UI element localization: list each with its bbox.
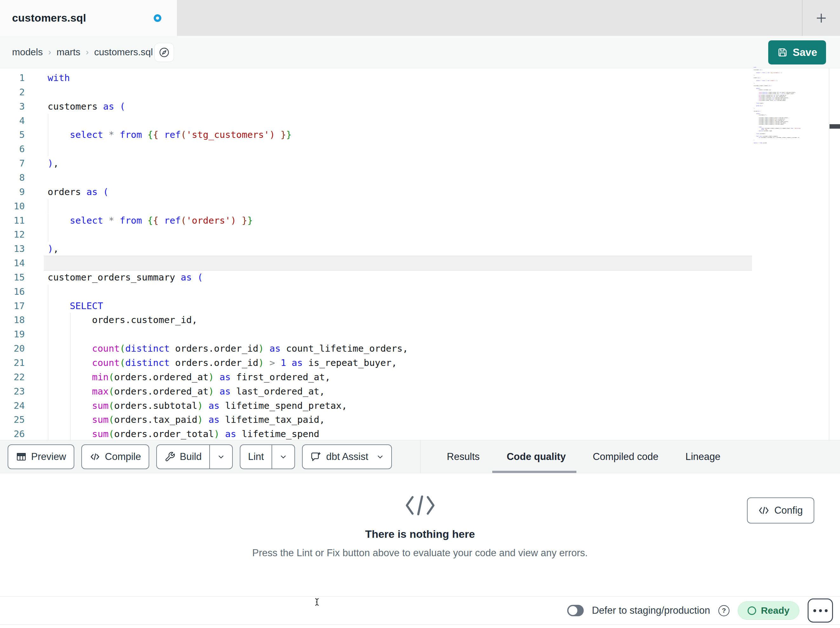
chevron-down-icon [376, 452, 384, 461]
plus-icon [815, 11, 828, 25]
line-number: 13 [0, 242, 25, 256]
save-button-label: Save [793, 46, 817, 59]
editor-tab-bar: customers.sql [0, 0, 840, 36]
code-line[interactable]: ), [47, 156, 59, 171]
empty-state-subtitle: Press the Lint or Fix button above to ev… [0, 547, 840, 559]
build-dropdown-button[interactable] [209, 445, 232, 468]
table-grid-icon [16, 451, 27, 462]
line-number: 15 [0, 270, 25, 285]
indent-guide [48, 142, 48, 156]
code-line[interactable]: sum(orders.subtotal) as lifetime_spend_p… [47, 399, 347, 413]
help-icon[interactable]: ? [718, 605, 729, 616]
code-line[interactable]: max(orders.ordered_at) as last_ordered_a… [47, 384, 325, 399]
preview-button[interactable]: Preview [8, 445, 74, 469]
tab-compiled-code[interactable]: Compiled code [593, 451, 658, 462]
indent-guide [48, 199, 48, 214]
bottom-strip [0, 625, 840, 628]
tabbar-divider [802, 0, 802, 36]
ready-label: Ready [761, 605, 789, 616]
code-line[interactable]: customer_orders_summary as ( [47, 270, 203, 285]
code-brackets-icon [758, 506, 769, 515]
text-cursor-icon [312, 594, 322, 610]
tab-lineage[interactable]: Lineage [685, 451, 720, 462]
breadcrumb-models[interactable]: models [12, 47, 43, 57]
code-line[interactable]: count(distinct orders.order_id) > 1 as i… [47, 356, 397, 370]
tab-customers-sql[interactable]: customers.sql [0, 0, 177, 36]
line-number: 9 [0, 185, 25, 199]
tab-code-quality[interactable]: Code quality [507, 451, 565, 462]
code-brackets-icon [0, 495, 840, 516]
indent-guide [48, 327, 48, 342]
indent-guide [48, 285, 48, 299]
more-options-button[interactable] [808, 598, 833, 623]
defer-label: Defer to staging/production [592, 605, 710, 616]
code-line[interactable]: orders.customer_id, [47, 313, 197, 327]
line-number: 6 [0, 142, 25, 156]
open-lineage-compass-button[interactable] [154, 43, 174, 62]
code-line[interactable]: sum(orders.order_total) as lifetime_spen… [47, 427, 319, 441]
lint-dropdown-button[interactable] [272, 445, 294, 468]
line-number: 3 [0, 100, 25, 114]
editor-toolbar: Preview Compile Build [0, 440, 840, 473]
line-number: 17 [0, 299, 25, 313]
code-line[interactable]: select * from {{ ref('orders') }} [47, 214, 253, 228]
code-line[interactable]: sum(orders.tax_paid) as lifetime_tax_pai… [47, 413, 325, 427]
new-tab-button[interactable] [810, 7, 832, 29]
toggle-knob [568, 606, 577, 615]
line-number: 14 [0, 256, 25, 270]
dbt-assist-dropdown[interactable] [376, 452, 391, 461]
line-number: 26 [0, 427, 25, 441]
code-editor[interactable]: 1with23customers as (45 select * from {{… [0, 68, 840, 440]
line-number: 11 [0, 214, 25, 228]
code-line[interactable]: min(orders.ordered_at) as first_ordered_… [47, 370, 331, 384]
line-number: 19 [0, 327, 25, 342]
unsaved-changes-dot-icon [154, 14, 161, 22]
code-line[interactable]: count(distinct orders.order_id) as count… [47, 342, 408, 356]
line-number: 12 [0, 228, 25, 242]
code-line[interactable]: customers as ( [47, 100, 125, 114]
floppy-disk-icon [777, 47, 788, 58]
dbt-assist-button[interactable]: dbt Assist [302, 445, 392, 469]
code-line[interactable]: with [47, 71, 70, 85]
indent-guide [48, 228, 48, 242]
line-number: 4 [0, 114, 25, 128]
preview-button-label: Preview [31, 451, 66, 462]
minimap[interactable]: withcustomers as ( select * from {{ ref(… [754, 67, 808, 144]
config-button-label: Config [774, 505, 803, 516]
chevron-right-icon: › [86, 47, 88, 57]
chevron-down-icon [217, 452, 225, 461]
line-number: 20 [0, 342, 25, 356]
build-button[interactable]: Build [156, 445, 233, 469]
line-number: 10 [0, 199, 25, 214]
compile-button-label: Compile [105, 451, 141, 462]
tab-results[interactable]: Results [447, 451, 480, 462]
wrench-icon [164, 451, 175, 462]
line-number: 22 [0, 370, 25, 384]
chat-sparkle-icon [310, 451, 322, 462]
config-button[interactable]: Config [747, 497, 814, 524]
line-number: 2 [0, 85, 25, 100]
dbt-ide-window: customers.sql models › marts › customers… [0, 0, 840, 628]
result-tabs: Results Code quality Compiled code Linea… [420, 440, 840, 473]
breadcrumb-marts[interactable]: marts [57, 47, 81, 57]
compile-button[interactable]: Compile [81, 445, 149, 469]
compass-icon [158, 47, 170, 58]
line-number: 18 [0, 313, 25, 327]
ellipsis-icon [813, 609, 827, 612]
defer-toggle[interactable] [567, 605, 584, 616]
breadcrumb: models › marts › customers.sql [12, 36, 153, 68]
code-line[interactable]: SELECT [47, 299, 103, 313]
code-line[interactable]: orders as ( [47, 185, 109, 199]
status-badge: Ready [738, 601, 799, 620]
lint-button[interactable]: Lint [240, 445, 295, 469]
line-number: 25 [0, 413, 25, 427]
empty-state: There is nothing here Press the Lint or … [0, 473, 840, 559]
code-line[interactable]: ), [47, 242, 59, 256]
line-number: 8 [0, 171, 25, 185]
save-button[interactable]: Save [768, 40, 826, 65]
breadcrumb-customers-sql[interactable]: customers.sql [94, 47, 153, 57]
editor-right-divider [829, 68, 829, 440]
editor-scrollbar-thumb[interactable] [829, 124, 840, 129]
code-line[interactable]: select * from {{ ref('stg_customers') }} [47, 128, 292, 142]
status-bar: Defer to staging/production ? Ready [0, 596, 840, 625]
